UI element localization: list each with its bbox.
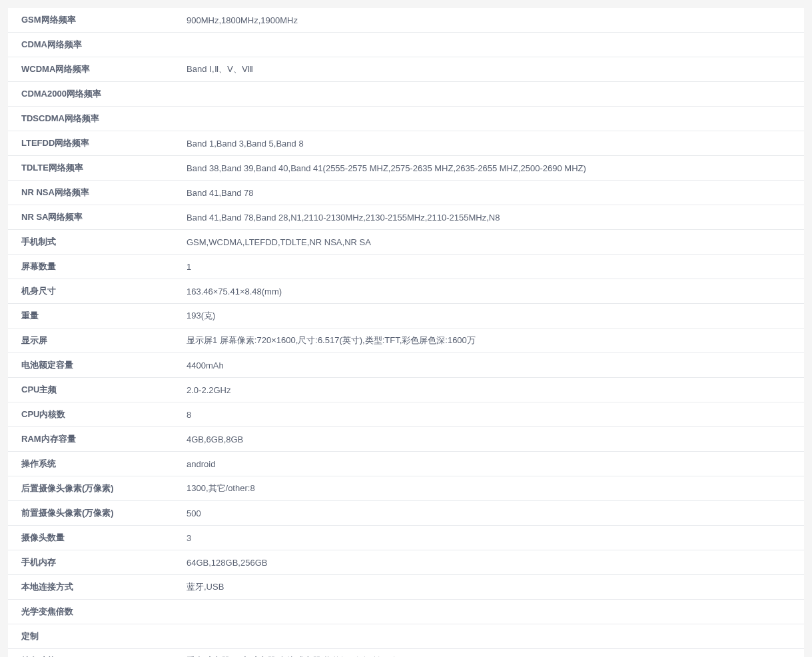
spec-label: LTEFDD网络频率 bbox=[8, 131, 187, 155]
table-row: 操作系统 android bbox=[8, 452, 804, 476]
spec-label: GSM网络频率 bbox=[8, 8, 187, 32]
spec-value: 4400mAh bbox=[187, 354, 804, 376]
spec-label: RAM内存容量 bbox=[8, 427, 187, 451]
spec-label: NR NSA网络频率 bbox=[8, 181, 187, 205]
table-row: 前置摄像头像素(万像素) 500 bbox=[8, 501, 804, 526]
table-row: 机身尺寸 163.46×75.41×8.48(mm) bbox=[8, 279, 804, 304]
spec-label: 光学变焦倍数 bbox=[8, 600, 187, 624]
table-row: 光学变焦倍数 bbox=[8, 600, 804, 624]
spec-value bbox=[187, 39, 804, 51]
table-row: 后置摄像头像素(万像素) 1300,其它/other:8 bbox=[8, 476, 804, 501]
spec-label: 显示屏 bbox=[8, 328, 187, 352]
spec-value: 900MHz,1800MHz,1900MHz bbox=[187, 9, 804, 31]
spec-label: 特色功能 bbox=[8, 649, 187, 657]
table-row: 手机内存 64GB,128GB,256GB bbox=[8, 550, 804, 575]
spec-value bbox=[187, 606, 804, 618]
spec-value: 64GB,128GB,256GB bbox=[187, 552, 804, 574]
spec-value: Band 38,Band 39,Band 40,Band 41(2555-257… bbox=[187, 157, 804, 179]
table-row: 特色功能 重力感应器,距离感应器,光线感应器,指纹识别,人脸识别 bbox=[8, 649, 804, 657]
table-row: CPU内核数 8 bbox=[8, 402, 804, 427]
spec-label: WCDMA网络频率 bbox=[8, 57, 187, 81]
table-row: 屏幕数量 1 bbox=[8, 255, 804, 279]
table-row: 本地连接方式 蓝牙,USB bbox=[8, 575, 804, 600]
spec-value: GSM,WCDMA,LTEFDD,TDLTE,NR NSA,NR SA bbox=[187, 231, 804, 253]
spec-value: Band 41,Band 78,Band 28,N1,2110-2130MHz,… bbox=[187, 207, 804, 229]
spec-label: 电池额定容量 bbox=[8, 353, 187, 377]
spec-label: 本地连接方式 bbox=[8, 575, 187, 599]
spec-label: CPU内核数 bbox=[8, 402, 187, 426]
table-row: CDMA2000网络频率 bbox=[8, 82, 804, 107]
table-row: 电池额定容量 4400mAh bbox=[8, 353, 804, 378]
table-row: WCDMA网络频率 Band Ⅰ,Ⅱ、Ⅴ、Ⅷ bbox=[8, 57, 804, 82]
spec-value: 163.46×75.41×8.48(mm) bbox=[187, 281, 804, 303]
spec-label: 操作系统 bbox=[8, 452, 187, 476]
spec-value: Band 41,Band 78 bbox=[187, 182, 804, 204]
spec-value bbox=[187, 88, 804, 100]
table-row: TDSCDMA网络频率 bbox=[8, 107, 804, 131]
table-row: 手机制式 GSM,WCDMA,LTEFDD,TDLTE,NR NSA,NR SA bbox=[8, 230, 804, 255]
spec-value: Band Ⅰ,Ⅱ、Ⅴ、Ⅷ bbox=[187, 57, 804, 81]
spec-label: 后置摄像头像素(万像素) bbox=[8, 476, 187, 500]
spec-value: 500 bbox=[187, 502, 804, 524]
spec-label: 摄像头数量 bbox=[8, 526, 187, 550]
spec-value: 2.0-2.2GHz bbox=[187, 379, 804, 401]
spec-label: 定制 bbox=[8, 624, 187, 648]
spec-label: 手机内存 bbox=[8, 550, 187, 574]
spec-value: 显示屏1 屏幕像素:720×1600,尺寸:6.517(英寸),类型:TFT,彩… bbox=[187, 328, 804, 352]
table-row: 重量 193(克) bbox=[8, 304, 804, 328]
spec-label: CPU主频 bbox=[8, 378, 187, 402]
spec-table: GSM网络频率 900MHz,1800MHz,1900MHz CDMA网络频率 … bbox=[8, 8, 804, 657]
table-row: 显示屏 显示屏1 屏幕像素:720×1600,尺寸:6.517(英寸),类型:T… bbox=[8, 328, 804, 353]
spec-label: 屏幕数量 bbox=[8, 255, 187, 279]
spec-value: 193(克) bbox=[187, 304, 804, 328]
table-row: CDMA网络频率 bbox=[8, 33, 804, 57]
table-row: NR SA网络频率 Band 41,Band 78,Band 28,N1,211… bbox=[8, 205, 804, 230]
table-row: TDLTE网络频率 Band 38,Band 39,Band 40,Band 4… bbox=[8, 156, 804, 181]
spec-value: 8 bbox=[187, 404, 804, 426]
spec-label: CDMA2000网络频率 bbox=[8, 82, 187, 106]
spec-value bbox=[187, 113, 804, 125]
spec-value: 4GB,6GB,8GB bbox=[187, 428, 804, 450]
spec-value bbox=[187, 630, 804, 642]
spec-label: NR SA网络频率 bbox=[8, 205, 187, 229]
spec-value: android bbox=[187, 453, 804, 475]
spec-label: 机身尺寸 bbox=[8, 279, 187, 303]
table-row: GSM网络频率 900MHz,1800MHz,1900MHz bbox=[8, 8, 804, 33]
table-row: CPU主频 2.0-2.2GHz bbox=[8, 378, 804, 402]
spec-value: 1 bbox=[187, 256, 804, 278]
spec-value: Band 1,Band 3,Band 5,Band 8 bbox=[187, 133, 804, 155]
spec-label: 重量 bbox=[8, 304, 187, 328]
table-row: NR NSA网络频率 Band 41,Band 78 bbox=[8, 181, 804, 205]
spec-label: 手机制式 bbox=[8, 230, 187, 254]
spec-label: TDSCDMA网络频率 bbox=[8, 107, 187, 131]
spec-value: 3 bbox=[187, 527, 804, 549]
table-row: 定制 bbox=[8, 624, 804, 649]
table-row: RAM内存容量 4GB,6GB,8GB bbox=[8, 427, 804, 452]
spec-label: 前置摄像头像素(万像素) bbox=[8, 501, 187, 525]
spec-value: 1300,其它/other:8 bbox=[187, 476, 804, 500]
table-row: 摄像头数量 3 bbox=[8, 526, 804, 550]
spec-label: CDMA网络频率 bbox=[8, 33, 187, 57]
spec-value: 重力感应器,距离感应器,光线感应器,指纹识别,人脸识别 bbox=[187, 649, 804, 657]
spec-value: 蓝牙,USB bbox=[187, 575, 804, 599]
table-row: LTEFDD网络频率 Band 1,Band 3,Band 5,Band 8 bbox=[8, 131, 804, 156]
spec-label: TDLTE网络频率 bbox=[8, 156, 187, 180]
